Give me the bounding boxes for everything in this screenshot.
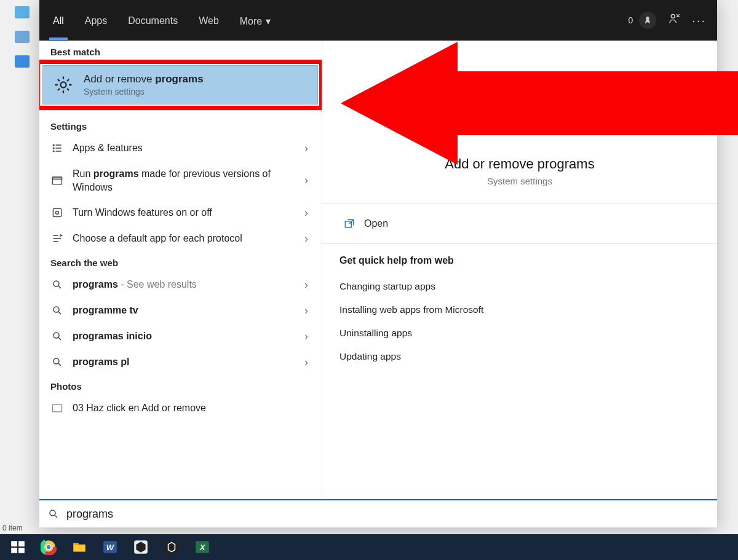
tab-all[interactable]: All bbox=[50, 3, 66, 37]
preview-title: Add or remove programs bbox=[339, 156, 700, 172]
item-label: programas inicio bbox=[73, 329, 293, 343]
svg-point-4 bbox=[53, 148, 54, 149]
help-link-update[interactable]: Updating apps bbox=[339, 345, 700, 368]
search-icon bbox=[50, 329, 64, 343]
best-match-item[interactable]: Add or remove programs System settings bbox=[42, 65, 318, 105]
help-link-startup[interactable]: Changing startup apps bbox=[339, 275, 700, 298]
svg-rect-19 bbox=[18, 541, 25, 546]
desktop-icon bbox=[15, 31, 30, 43]
desktop-icon bbox=[15, 6, 30, 18]
svg-point-12 bbox=[54, 333, 59, 338]
item-label: Apps & features bbox=[73, 141, 293, 155]
search-icon bbox=[50, 304, 64, 317]
item-label: programme tv bbox=[73, 304, 293, 317]
svg-point-3 bbox=[53, 144, 54, 146]
tab-web[interactable]: Web bbox=[196, 3, 221, 37]
taskbar-unity-hub[interactable] bbox=[127, 534, 155, 560]
taskbar-explorer[interactable] bbox=[65, 534, 93, 560]
settings-item-run-previous[interactable]: Run programs made for previous versions … bbox=[39, 161, 322, 200]
svg-text:W: W bbox=[106, 543, 115, 552]
help-header: Get quick help from web bbox=[339, 255, 700, 266]
chevron-right-icon: › bbox=[302, 232, 311, 245]
photo-icon bbox=[50, 401, 64, 415]
start-button[interactable] bbox=[4, 534, 32, 560]
word-icon: W bbox=[102, 539, 118, 555]
photos-item[interactable]: 03 Haz click en Add or remove bbox=[39, 395, 322, 421]
settings-item-windows-features[interactable]: Turn Windows features on or off › bbox=[39, 200, 322, 226]
tab-more[interactable]: More▾ bbox=[237, 3, 273, 38]
web-item-programme-tv[interactable]: programme tv › bbox=[39, 298, 322, 323]
item-label: 03 Haz click en Add or remove bbox=[73, 401, 311, 415]
item-label: Turn Windows features on or off bbox=[73, 206, 293, 219]
svg-point-1 bbox=[672, 14, 675, 18]
chevron-right-icon: › bbox=[302, 142, 311, 155]
windows-search-panel: All Apps Documents Web More▾ 0 ··· Best … bbox=[39, 0, 717, 527]
svg-text:X: X bbox=[199, 543, 206, 552]
tab-apps[interactable]: Apps bbox=[82, 3, 109, 37]
chevron-right-icon: › bbox=[302, 207, 311, 219]
more-options-icon[interactable]: ··· bbox=[692, 14, 706, 28]
svg-rect-27 bbox=[73, 543, 79, 545]
web-item-programs-pl[interactable]: programs pl › bbox=[39, 349, 322, 375]
section-settings: Settings bbox=[39, 115, 322, 135]
search-icon bbox=[50, 355, 64, 369]
svg-point-13 bbox=[54, 358, 59, 364]
section-search-web: Search the web bbox=[39, 251, 322, 272]
open-action[interactable]: Open bbox=[339, 204, 700, 243]
taskbar-word[interactable]: W bbox=[96, 534, 124, 560]
search-input[interactable] bbox=[66, 508, 708, 521]
svg-point-5 bbox=[53, 151, 54, 152]
settings-item-apps-features[interactable]: Apps & features › bbox=[39, 135, 322, 161]
section-best-match: Best match bbox=[39, 41, 322, 61]
features-icon bbox=[50, 206, 64, 219]
chrome-icon bbox=[41, 539, 57, 555]
gear-icon bbox=[53, 74, 74, 95]
svg-point-11 bbox=[54, 307, 59, 312]
rewards-points: 0 bbox=[629, 15, 633, 25]
help-link-install-web[interactable]: Installing web apps from Microsoft bbox=[339, 298, 700, 321]
best-match-title: Add or remove programs bbox=[84, 73, 204, 85]
unity-hub-icon bbox=[133, 539, 149, 555]
chevron-right-icon: › bbox=[302, 278, 311, 291]
open-label: Open bbox=[364, 218, 388, 229]
taskbar-chrome[interactable] bbox=[34, 534, 63, 560]
svg-point-16 bbox=[50, 510, 55, 516]
results-left-column: Best match Add or remove programs System… bbox=[39, 41, 322, 499]
annotation-highlight: Add or remove programs System settings bbox=[39, 60, 322, 110]
svg-rect-21 bbox=[18, 548, 25, 553]
section-photos: Photos bbox=[39, 375, 322, 395]
taskbar-excel[interactable]: X bbox=[188, 534, 216, 560]
account-icon[interactable] bbox=[667, 12, 681, 28]
preview-right-column: Add or remove programs System settings O… bbox=[322, 41, 717, 499]
desktop-icons bbox=[15, 0, 30, 74]
item-label: Run programs made for previous versions … bbox=[73, 167, 293, 194]
rewards-badge-icon[interactable] bbox=[639, 12, 656, 29]
help-link-uninstall[interactable]: Uninstalling apps bbox=[339, 321, 700, 345]
protocol-icon bbox=[50, 232, 64, 245]
svg-rect-20 bbox=[11, 548, 17, 553]
item-label: Choose a default app for each protocol bbox=[73, 232, 293, 245]
search-tabbar: All Apps Documents Web More▾ 0 ··· bbox=[39, 0, 717, 41]
chevron-down-icon: ▾ bbox=[266, 16, 271, 26]
settings-item-default-protocol[interactable]: Choose a default app for each protocol › bbox=[39, 226, 322, 251]
svg-rect-14 bbox=[53, 404, 62, 412]
windows-icon bbox=[10, 539, 26, 555]
search-icon bbox=[48, 508, 59, 519]
best-match-subtitle: System settings bbox=[84, 87, 204, 97]
taskbar-unity[interactable] bbox=[157, 534, 186, 560]
svg-rect-18 bbox=[11, 541, 17, 546]
tab-documents[interactable]: Documents bbox=[125, 3, 180, 37]
svg-rect-7 bbox=[53, 177, 62, 179]
excel-icon: X bbox=[194, 539, 210, 555]
unity-icon bbox=[164, 539, 180, 555]
chevron-right-icon: › bbox=[302, 356, 311, 369]
chevron-right-icon: › bbox=[302, 330, 311, 343]
svg-point-9 bbox=[56, 211, 59, 215]
svg-point-10 bbox=[54, 281, 59, 286]
item-label: programs pl bbox=[73, 355, 293, 369]
svg-rect-8 bbox=[53, 209, 61, 217]
web-item-programas-inicio[interactable]: programas inicio › bbox=[39, 323, 322, 349]
web-item-programs[interactable]: programs - See web results › bbox=[39, 272, 322, 298]
chevron-right-icon: › bbox=[302, 174, 311, 187]
item-label: programs - See web results bbox=[73, 278, 293, 291]
